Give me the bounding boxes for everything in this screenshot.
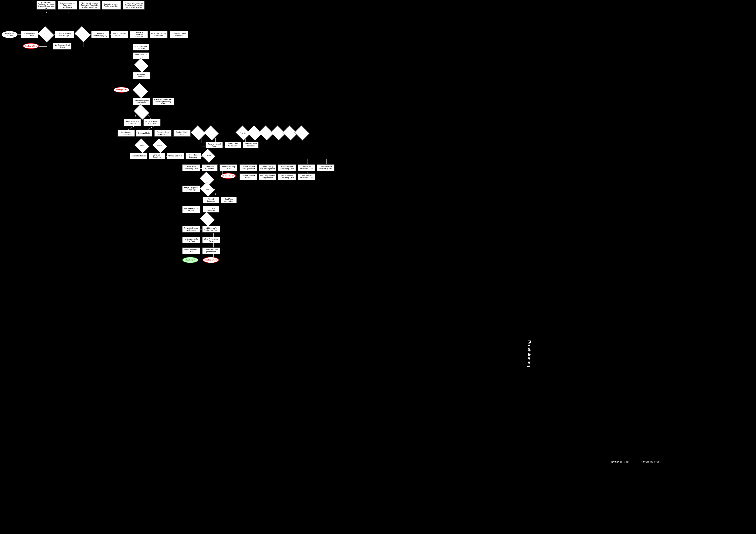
- node-routing-red-3: Routing & Flow: [221, 173, 236, 179]
- node-add-compensation: Add Compensation Requirement: [259, 174, 276, 180]
- node-convert-routing: Convert to Routing B - Network: [182, 226, 200, 232]
- node-diamond-more: More: [202, 185, 213, 194]
- node-diamond-2: [76, 29, 89, 40]
- provisioning-ticker-label: Provisioning Ticker: [640, 451, 661, 472]
- node-set-company: Set Order Type To Company: [144, 119, 161, 126]
- node-register-model-size: Register Model Size: [174, 130, 191, 137]
- provisioning-ticket-label: Provisioning Ticket: [608, 453, 630, 471]
- node-determine-connection: Determine Connection Information: [130, 31, 148, 38]
- node-create-container-fold: Create Container Fold/Equip Order: [239, 164, 257, 171]
- note-5: Performs adds being part Security. Also …: [123, 1, 145, 10]
- node-link-fulfillment: Link Fulfillment Information: [133, 44, 149, 50]
- node-set-customer-detail: Set Customer Detail Terms: [53, 43, 71, 50]
- node-assign-customer: Assign Customer Information: [111, 31, 128, 38]
- node-manual-collection-1: Manual Collection: [130, 153, 148, 159]
- node-compare-order: Compare Order Requirements: [154, 130, 172, 137]
- node-close-technical: Close Technical Provisioning Ticket: [298, 174, 315, 180]
- node-manual-collection-2: Manual Collection: [167, 153, 184, 159]
- node-register-model: Register Model: [136, 130, 152, 137]
- node-add-prov-route: Add Provisioning Route: [220, 164, 237, 171]
- node-create-basic-circuit: Create Basic Circuit Order: [225, 142, 241, 148]
- node-set-order-connection: Set Order to Connection: [118, 130, 135, 137]
- node-passed-2: Passed: [154, 141, 166, 150]
- node-diamond-final: Final End: [237, 128, 249, 138]
- node-diamond-1: [40, 29, 52, 40]
- node-send-task-2: Send Task Completion: [185, 153, 202, 159]
- node-per-diagnosis: Per Diagnosis of a Final Route: [182, 237, 200, 243]
- node-diamond-10: [272, 128, 284, 138]
- note-4: Originate using only Routing is submitte…: [102, 1, 121, 10]
- provisioning-label: Provisioning: [516, 336, 542, 371]
- node-designate-model-type: Designate Model Type: [205, 142, 223, 148]
- node-award-receipt: Award Receipt Into Network: [182, 206, 200, 213]
- node-diamond-11: [284, 128, 296, 138]
- node-diamond-8: [249, 128, 260, 138]
- node-send-task-3: Send Task Completion: [202, 164, 218, 171]
- node-send-task-5: Send Task Completion: [203, 206, 219, 213]
- node-clear-prov: Clear Provisioning Ticket: [202, 237, 220, 243]
- node-determine-customer: Determine Customer (Agent): [91, 31, 109, 38]
- node-create-legacy: Create Legacy Provisioning Order: [259, 164, 276, 171]
- node-diamond-12: [296, 128, 308, 138]
- svg-line-22: [127, 126, 134, 130]
- node-diamond-7: [205, 128, 217, 138]
- node-add-well-direct: Add Well Direct Reference: [243, 142, 258, 148]
- node-determine-location: Determine Location Information: [150, 31, 168, 38]
- node-are-require: Are Require (Is CLLI): [133, 52, 149, 59]
- node-create-container-all: Create Container Fold for All: [239, 174, 257, 180]
- node-diamond-n49: [202, 214, 213, 224]
- node-satisfying: Satisfying ✓: [182, 257, 198, 263]
- node-diamond-4: [134, 86, 147, 95]
- node-visual-review: Visual Review Information: [21, 31, 38, 38]
- node-send-task-1: Send Task Completion: [149, 153, 165, 159]
- node-create-basic-prov: Create Basic Provisioning Ticket: [182, 164, 200, 171]
- node-diamond-6: [193, 128, 204, 138]
- node-create-spliced: Create Spliced Provisioning Ticket: [278, 164, 296, 171]
- node-routing-red-final: Routing & Flow: [203, 257, 219, 263]
- node-routing-red-1: Routing & Flow: [23, 43, 39, 49]
- node-500-days: Determine 500 days after customer provis…: [152, 98, 174, 105]
- node-designate-networks: Designate Networks: [133, 72, 150, 79]
- node-passed-3: Passed: [203, 151, 214, 160]
- svg-line-23: [147, 126, 153, 130]
- note-1: The Customer Provisioned at Internal Ser…: [37, 1, 56, 10]
- node-diamond-3: [136, 61, 147, 70]
- node-award-prov: Award Provisioning Route: [182, 248, 200, 254]
- node-add-converts: Add Convert's Provisioning Ticket: [202, 226, 220, 232]
- node-payment-info: Determine Payment Information: [133, 98, 150, 105]
- node-fixture-service: Fixture Service Provisioning Ticket: [278, 174, 296, 180]
- node-diamond-5: [135, 107, 148, 117]
- note-3: The request is in people Routing the Pro…: [79, 1, 100, 10]
- node-create-send-prov: Create and Send Provisioning Ticket: [317, 164, 335, 171]
- node-assign-equipment: Assign Equipment Blocked Type: [182, 186, 200, 192]
- node-routing-red-2: Routing & Flow: [114, 87, 129, 93]
- note-2: Determine if Service Type means provisio…: [58, 1, 77, 10]
- node-send-device: Send Device Info (Attachment): [202, 248, 220, 254]
- node-diamond-9: [260, 128, 272, 138]
- node-customer-info: Customer Info Received: [2, 31, 17, 38]
- node-create-new-prov: Create New Provisioning Ticket: [298, 164, 315, 171]
- node-determine-service: Determine Item / Service Type: [55, 31, 74, 38]
- node-validate-location: Validate Location Information: [170, 31, 188, 38]
- node-passed-1: Passed: [136, 141, 148, 150]
- node-manual-connection: Manual Connection: [203, 197, 219, 203]
- node-send-task-4: Send Task Completion: [221, 197, 237, 203]
- node-set-individual: Set Order Type To Individual: [123, 119, 141, 126]
